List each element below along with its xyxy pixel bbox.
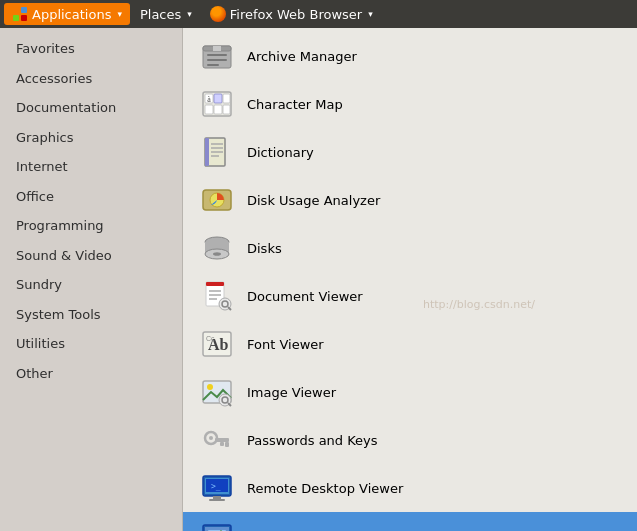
disks-label: Disks — [247, 241, 282, 256]
remote-desktop-icon: >_ — [199, 470, 235, 506]
sidebar-item-utilities[interactable]: Utilities — [0, 329, 182, 359]
svg-rect-6 — [213, 46, 221, 51]
disks-icon — [199, 230, 235, 266]
sidebar: Favorites Accessories Documentation Grap… — [0, 28, 183, 531]
svg-rect-8 — [207, 59, 227, 61]
character-map-label: Character Map — [247, 97, 343, 112]
character-map-icon: à — [199, 86, 235, 122]
applications-menu[interactable]: Applications ▾ — [4, 3, 130, 25]
image-viewer-label: Image Viewer — [247, 385, 336, 400]
svg-rect-7 — [207, 54, 227, 56]
svg-line-37 — [228, 307, 231, 310]
screenshot-icon — [199, 518, 235, 531]
sidebar-item-sundry[interactable]: Sundry — [0, 270, 182, 300]
app-item-character-map[interactable]: à Character Map — [183, 80, 637, 128]
document-viewer-label: Document Viewer — [247, 289, 363, 304]
sidebar-item-sound-video[interactable]: Sound & Video — [0, 241, 182, 271]
app-item-font-viewer[interactable]: Ab Cc Font Viewer — [183, 320, 637, 368]
places-arrow: ▾ — [187, 9, 192, 19]
svg-rect-3 — [21, 15, 27, 21]
app-item-screenshot[interactable]: Screenshot — [183, 512, 637, 531]
applications-icon — [12, 6, 28, 22]
sidebar-item-graphics[interactable]: Graphics — [0, 123, 182, 153]
svg-rect-2 — [13, 15, 19, 21]
document-viewer-icon — [199, 278, 235, 314]
main-container: Favorites Accessories Documentation Grap… — [0, 28, 637, 531]
svg-rect-49 — [220, 442, 224, 446]
svg-rect-31 — [206, 282, 224, 286]
app-item-disk-usage[interactable]: Disk Usage Analyzer — [183, 176, 637, 224]
svg-line-45 — [228, 403, 231, 406]
app-item-document-viewer[interactable]: Document Viewer — [183, 272, 637, 320]
passwords-icon — [199, 422, 235, 458]
sidebar-item-internet[interactable]: Internet — [0, 152, 182, 182]
svg-rect-16 — [223, 94, 230, 103]
svg-rect-19 — [205, 138, 209, 166]
svg-point-50 — [209, 436, 213, 440]
svg-rect-1 — [21, 7, 27, 13]
app-item-remote-desktop[interactable]: >_ Remote Desktop Viewer — [183, 464, 637, 512]
remote-desktop-label: Remote Desktop Viewer — [247, 481, 403, 496]
applications-arrow: ▾ — [117, 9, 122, 19]
font-viewer-icon: Ab Cc — [199, 326, 235, 362]
svg-rect-14 — [205, 105, 213, 114]
app-item-archive-manager[interactable]: Archive Manager — [183, 32, 637, 80]
content-panel: http://blog.csdn.net/ Archive Manager — [183, 28, 637, 531]
svg-rect-17 — [223, 105, 230, 114]
svg-rect-0 — [13, 7, 19, 13]
dictionary-label: Dictionary — [247, 145, 314, 160]
svg-point-29 — [213, 252, 221, 256]
image-viewer-icon — [199, 374, 235, 410]
firefox-icon — [210, 6, 226, 22]
app-item-dictionary[interactable]: Dictionary — [183, 128, 637, 176]
archive-manager-label: Archive Manager — [247, 49, 357, 64]
menubar: Applications ▾ Places ▾ Firefox Web Brow… — [0, 0, 637, 28]
sidebar-item-system-tools[interactable]: System Tools — [0, 300, 182, 330]
dictionary-icon — [199, 134, 235, 170]
svg-rect-54 — [209, 499, 225, 501]
archive-manager-icon — [199, 38, 235, 74]
sidebar-item-programming[interactable]: Programming — [0, 211, 182, 241]
places-menu[interactable]: Places ▾ — [132, 4, 200, 25]
sidebar-item-favorites[interactable]: Favorites — [0, 34, 182, 64]
svg-rect-53 — [213, 496, 221, 499]
svg-text:à: à — [207, 95, 211, 104]
sidebar-item-office[interactable]: Office — [0, 182, 182, 212]
svg-text:Cc: Cc — [206, 335, 215, 342]
disk-usage-icon — [199, 182, 235, 218]
app-item-image-viewer[interactable]: Image Viewer — [183, 368, 637, 416]
svg-rect-15 — [214, 105, 222, 114]
svg-text:>_: >_ — [211, 482, 221, 491]
firefox-menu[interactable]: Firefox Web Browser ▾ — [202, 3, 381, 25]
firefox-arrow: ▾ — [368, 9, 373, 19]
sidebar-item-other[interactable]: Other — [0, 359, 182, 389]
svg-rect-47 — [215, 438, 229, 442]
app-item-disks[interactable]: Disks — [183, 224, 637, 272]
sidebar-item-documentation[interactable]: Documentation — [0, 93, 182, 123]
svg-rect-48 — [225, 442, 229, 447]
svg-rect-9 — [207, 64, 219, 66]
svg-rect-13 — [214, 94, 222, 103]
passwords-label: Passwords and Keys — [247, 433, 378, 448]
disk-usage-label: Disk Usage Analyzer — [247, 193, 380, 208]
svg-point-42 — [207, 384, 213, 390]
font-viewer-label: Font Viewer — [247, 337, 324, 352]
app-item-passwords[interactable]: Passwords and Keys — [183, 416, 637, 464]
sidebar-item-accessories[interactable]: Accessories — [0, 64, 182, 94]
